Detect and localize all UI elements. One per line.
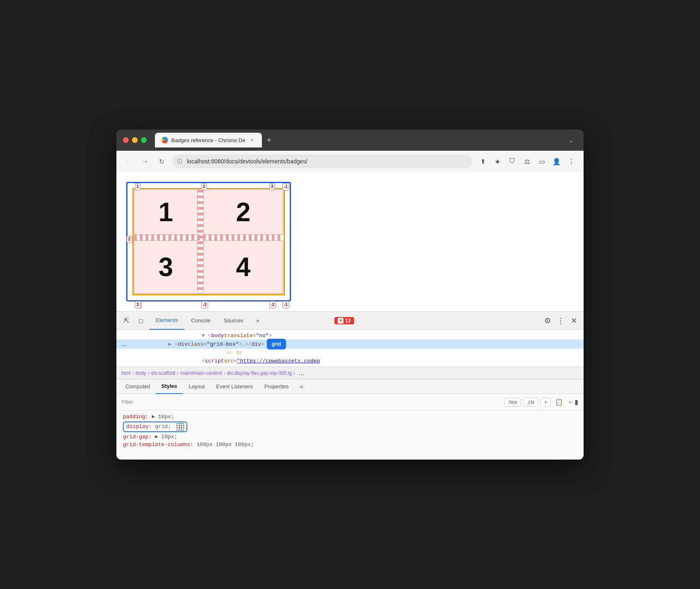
breadcrumb-more[interactable]: ... (297, 369, 306, 377)
forward-button[interactable]: → (139, 156, 151, 167)
breadcrumb-html[interactable]: html (121, 370, 131, 376)
sub-tab-layout[interactable]: Layout (183, 379, 210, 394)
settings-icon[interactable]: ⚙ (541, 314, 554, 327)
badge-neg3: -3 (201, 301, 208, 308)
tab-close-button[interactable]: × (249, 137, 255, 143)
grid-cell-4: 4 (203, 240, 283, 294)
address-wrapper: ⓘ (172, 154, 472, 168)
lab-icon[interactable]: ⚖ (521, 156, 533, 167)
grid-icon-cell (182, 424, 184, 426)
reload-button[interactable]: ↻ (156, 156, 167, 167)
minimize-button[interactable] (132, 137, 138, 143)
gap-horizontal (134, 235, 283, 240)
browser-window: Badges reference - Chrome De × + ⌄ ← → ↻… (116, 129, 584, 460)
extension-icon[interactable]: ⛉ (507, 156, 518, 167)
close-button[interactable] (123, 137, 129, 143)
grid-icon-cell (180, 424, 182, 426)
element-picker-icon[interactable]: ⇱ (120, 314, 133, 327)
grid-icon-cell (177, 428, 179, 430)
css-val-padding: ► 10px; (152, 414, 174, 420)
menu-icon[interactable]: ⋮ (566, 156, 577, 167)
html-inspector: ▼ <body translate="no"> … ▶ <div class="… (116, 330, 584, 367)
split-icon[interactable]: ▭ (536, 156, 548, 167)
breadcrumb-main[interactable]: main#main-content (180, 370, 222, 376)
grid-badge-wrapper[interactable]: grid (268, 341, 285, 347)
css-prop-padding: padding: (123, 414, 152, 420)
page-content: 1 1 2 3 4 -1 2 -4 (116, 172, 584, 311)
tab-title: Badges reference - Chrome De (171, 137, 245, 143)
profile-icon[interactable]: 👤 (551, 156, 562, 167)
cls-button[interactable]: .cls (523, 398, 538, 407)
breadcrumb-scaffold[interactable]: div.scaffold (151, 370, 175, 376)
tab-sources[interactable]: Sources (217, 312, 250, 330)
close-devtools-button[interactable]: ✕ (567, 314, 580, 327)
maximize-button[interactable] (141, 137, 147, 143)
more-options-icon[interactable]: ⋮ (556, 314, 566, 327)
tab-bar: Badges reference - Chrome De × + ⌄ (155, 133, 577, 147)
script-src-link[interactable]: "https://cpwebassets.codep (237, 358, 320, 364)
filter-bar: Filter :hov .cls + 📋 ←▮ (116, 394, 584, 410)
hov-button[interactable]: :hov (504, 398, 521, 407)
error-count: 13 (345, 318, 350, 324)
address-bar: ← → ↻ ⓘ ⬆ ★ ⛉ ⚖ ▭ 👤 ⋮ (116, 151, 584, 172)
css-prop-columns: grid-template-columns: (123, 442, 196, 448)
new-tab-button[interactable]: + (264, 134, 275, 146)
tab-elements[interactable]: Elements (149, 312, 184, 330)
sub-tab-computed[interactable]: Computed (120, 379, 156, 394)
back-button[interactable]: ← (123, 156, 134, 167)
css-rule-columns: grid-template-columns: 100px 100px 100px… (123, 442, 577, 448)
grid-cell-1: 1 (134, 190, 198, 235)
html-row-grid-box[interactable]: … ▶ <div class="grid-box">…</div> grid (116, 340, 584, 349)
grid-badge[interactable]: grid (268, 340, 285, 349)
badge-2-left: 2 (127, 236, 132, 243)
css-rule-gap: grid-gap: ► 10px; (123, 434, 577, 440)
address-input[interactable] (172, 154, 472, 168)
grid-visualization: 1 1 2 3 4 -1 2 -4 (126, 182, 291, 301)
grid-icon-cell (182, 428, 184, 430)
expand-dots[interactable]: … (120, 340, 127, 348)
window-controls (123, 137, 147, 143)
tab-list-button[interactable]: ⌄ (566, 135, 577, 145)
grid-icon[interactable] (177, 423, 184, 430)
gap-vertical (198, 190, 203, 294)
grid-icon-cell (177, 426, 179, 428)
badge-3-top: 3 (269, 183, 275, 190)
toolbar-icons: ⬆ ★ ⛉ ⚖ ▭ 👤 ⋮ (477, 156, 577, 167)
sub-tab-properties[interactable]: Properties (259, 379, 294, 394)
css-prop-display: display: (126, 424, 155, 430)
device-toolbar-icon[interactable]: ◻ (134, 314, 148, 327)
active-tab[interactable]: Badges reference - Chrome De × (155, 133, 262, 147)
grid-cell-3: 3 (134, 240, 198, 294)
sub-tab-more[interactable]: » (294, 379, 309, 394)
refresh-styles-icon[interactable]: ←▮ (567, 396, 579, 408)
tab-more[interactable]: » (250, 312, 266, 330)
grid-inner: 1 1 2 3 4 -1 2 -4 (134, 190, 283, 294)
grid-cell-2: 2 (203, 190, 283, 235)
tab-console[interactable]: Console (184, 312, 217, 330)
html-row-script: <script src="https://cpwebassets.codep (116, 357, 584, 365)
css-rule-padding: padding: ► 10px; (123, 414, 577, 420)
display-grid-rule: display: grid; (123, 421, 187, 432)
html-row-dollar: == $0 (116, 349, 584, 357)
badge-neg2: -2 (269, 301, 276, 308)
badge-neg1-bottom: -1 (282, 301, 289, 308)
filter-actions: :hov .cls + 📋 ←▮ (504, 396, 579, 408)
lock-icon: ⓘ (177, 158, 182, 165)
add-style-button[interactable]: + (541, 398, 551, 407)
sub-tab-styles[interactable]: Styles (156, 379, 183, 394)
sub-panel-tabs: Computed Styles Layout Event Listeners P… (116, 379, 584, 394)
breadcrumb-body[interactable]: body (136, 370, 146, 376)
bookmark-icon[interactable]: ★ (492, 156, 503, 167)
devtools-toolbar: ⇱ ◻ Elements Console Sources » ✕ 13 ⚙ ⋮ … (116, 312, 584, 330)
copy-styles-icon[interactable]: 📋 (553, 396, 565, 408)
css-grid: 1 2 3 4 (134, 190, 283, 294)
grid-icon-cell (180, 428, 182, 430)
breadcrumb-bar: html › body › div.scaffold › main#main-c… (116, 367, 584, 379)
share-icon[interactable]: ⬆ (477, 156, 489, 167)
badge-3-bottom: 3 (135, 301, 141, 308)
breadcrumb-flex[interactable]: div.display-flex.gap-top-300.lg (227, 370, 292, 376)
sub-tab-event-listeners[interactable]: Event Listeners (210, 379, 259, 394)
grid-icon-cell (182, 426, 184, 428)
css-prop-gap: grid-gap: (123, 434, 155, 440)
devtools-tabs: Elements Console Sources » (149, 312, 333, 330)
